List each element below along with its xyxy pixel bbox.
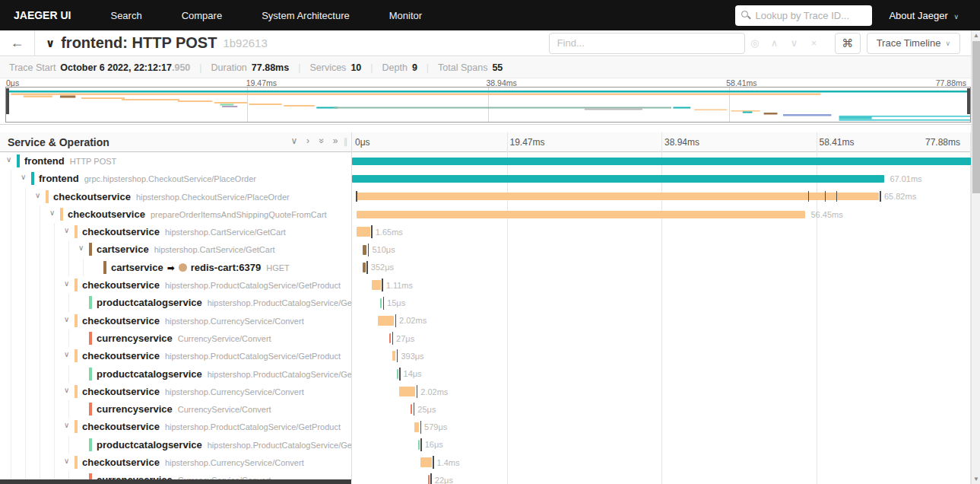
span-duration-bar[interactable] xyxy=(428,475,430,484)
collapse-one-icon[interactable]: ∨ xyxy=(287,135,301,146)
chevron-down-icon[interactable]: ∨ xyxy=(21,173,26,181)
chevron-down-icon[interactable]: ∨ xyxy=(64,457,69,465)
span-bar-row[interactable]: 56.45ms xyxy=(352,205,971,223)
span-duration-bar[interactable] xyxy=(399,387,415,396)
span-tree-row[interactable]: ∨checkoutservicehipstershop.CheckoutServ… xyxy=(0,188,351,205)
scroll-down-icon[interactable]: ▼ xyxy=(972,476,980,482)
span-bar-row[interactable]: 352μs xyxy=(352,259,971,276)
chevron-down-icon[interactable]: ∨ xyxy=(64,226,69,234)
vertical-scrollbar-thumb[interactable] xyxy=(972,41,980,193)
collapse-all-icon[interactable]: » xyxy=(315,135,328,146)
span-bar-row[interactable]: 65.82ms xyxy=(352,188,971,205)
span-tree-row[interactable]: ∨frontendHTTP POST xyxy=(0,152,351,170)
span-duration-bar[interactable] xyxy=(414,422,419,432)
span-bar-row[interactable]: 67.01ms xyxy=(352,170,971,187)
span-log-tick[interactable] xyxy=(808,191,810,202)
span-duration-bar[interactable] xyxy=(411,404,412,414)
chevron-down-icon[interactable]: ∨ xyxy=(6,155,11,164)
span-bar-row[interactable]: 1.4ms xyxy=(352,454,971,471)
expand-one-icon[interactable]: › xyxy=(301,135,315,146)
span-tree-row[interactable]: productcatalogservicehipstershop.Product… xyxy=(0,436,351,454)
span-duration-bar[interactable] xyxy=(392,351,395,361)
find-clear-icon[interactable]: × xyxy=(804,37,824,49)
trace-minimap[interactable] xyxy=(5,87,971,123)
minimap-left-handle[interactable] xyxy=(6,88,9,114)
keyboard-shortcuts-button[interactable]: ⌘ xyxy=(835,33,861,54)
span-duration-bar[interactable] xyxy=(363,263,366,272)
chevron-down-icon[interactable]: ∨ xyxy=(49,209,55,217)
collapse-trace-chevron[interactable]: ∨ xyxy=(46,37,55,50)
span-tree-row[interactable]: currencyserviceCurrencyService/Convert xyxy=(0,330,351,347)
span-tree-row[interactable]: ∨checkoutservicehipstershop.ProductCatal… xyxy=(0,347,351,365)
expand-all-icon[interactable]: » xyxy=(328,135,342,146)
span-tree-row[interactable]: ∨cartservicehipstershop.CartService/GetC… xyxy=(0,240,351,258)
trace-view-select[interactable]: Trace Timeline ∨ xyxy=(867,33,960,54)
span-duration-bar[interactable] xyxy=(397,369,398,379)
span-tree-row[interactable]: ∨checkoutservicehipstershop.CurrencyServ… xyxy=(0,312,351,330)
nav-item-compare[interactable]: Compare xyxy=(182,10,222,21)
back-button[interactable]: ← xyxy=(0,30,35,56)
span-duration-bar[interactable] xyxy=(389,333,391,343)
find-scope-icon[interactable]: ◎ xyxy=(745,37,765,49)
left-pane-horizontal-scrollbar[interactable] xyxy=(0,479,351,484)
nav-item-system-architecture[interactable]: System Architecture xyxy=(262,10,350,21)
span-tree-row[interactable]: currencyserviceCurrencyService/Convert xyxy=(0,400,351,418)
span-tree-row[interactable]: ∨checkoutservicehipstershop.ProductCatal… xyxy=(0,276,351,294)
span-tree-row[interactable]: ∨frontendgrpc.hipstershop.CheckoutServic… xyxy=(0,170,351,187)
span-tree-row[interactable]: ∨checkoutservicehipstershop.CurrencyServ… xyxy=(0,454,351,471)
chevron-down-icon[interactable]: ∨ xyxy=(64,350,69,358)
span-duration-bar[interactable] xyxy=(420,457,432,467)
column-resizer-handle[interactable]: ∥ xyxy=(344,137,349,147)
span-bar-row[interactable]: 393μs xyxy=(352,347,971,365)
find-prev-icon[interactable]: ∧ xyxy=(765,37,785,49)
span-bar-row[interactable]: 1.11ms xyxy=(352,276,971,294)
chevron-down-icon[interactable]: ∨ xyxy=(35,191,40,199)
chevron-down-icon[interactable]: ∨ xyxy=(64,315,69,323)
span-duration-bar[interactable] xyxy=(357,211,805,218)
span-bar-row[interactable]: 1.65ms xyxy=(352,223,971,240)
span-bar-row[interactable]: 2.02ms xyxy=(352,312,971,330)
span-bar-row[interactable] xyxy=(352,152,971,170)
span-bar-row[interactable]: 15μs xyxy=(352,294,971,311)
span-duration-bar[interactable] xyxy=(356,193,879,200)
span-tree-row[interactable]: ∨checkoutservicehipstershop.ProductCatal… xyxy=(0,418,351,435)
trace-lookup-input[interactable]: Lookup by Trace ID... xyxy=(735,5,872,26)
nav-item-search[interactable]: Search xyxy=(110,10,141,21)
span-bar-row[interactable]: 2.02ms xyxy=(352,383,971,400)
span-bar-row[interactable]: 16μs xyxy=(352,436,971,454)
span-log-tick[interactable] xyxy=(825,191,826,202)
span-duration-bar[interactable] xyxy=(363,245,366,255)
span-tree-row[interactable]: ∨checkoutservicehipstershop.CartService/… xyxy=(0,223,351,240)
nav-item-monitor[interactable]: Monitor xyxy=(389,10,422,21)
span-duration-bar[interactable] xyxy=(357,227,369,237)
span-bar-row[interactable]: 14μs xyxy=(352,365,971,383)
chevron-down-icon[interactable]: ∨ xyxy=(78,244,84,252)
span-tree-row[interactable]: ∨checkoutserviceprepareOrderItemsAndShip… xyxy=(0,205,351,223)
chevron-down-icon[interactable]: ∨ xyxy=(64,421,69,429)
span-duration-bar[interactable] xyxy=(380,298,382,308)
span-tree-row[interactable]: productcatalogservicehipstershop.Product… xyxy=(0,294,351,311)
span-duration-bar[interactable] xyxy=(352,175,884,183)
app-brand[interactable]: JAEGER UI xyxy=(14,9,71,21)
span-bar-row[interactable]: 25μs xyxy=(352,400,971,418)
span-log-tick[interactable] xyxy=(356,191,357,202)
span-duration-bar[interactable] xyxy=(352,158,971,165)
span-duration-bar[interactable] xyxy=(372,280,381,290)
span-duration-bar[interactable] xyxy=(378,316,394,326)
find-next-icon[interactable]: ∨ xyxy=(785,37,804,49)
span-tree-row[interactable]: ∨checkoutservicehipstershop.CurrencyServ… xyxy=(0,383,351,400)
vertical-scrollbar[interactable]: ▲ ▼ xyxy=(971,30,980,484)
span-tree-row[interactable]: productcatalogservicehipstershop.Product… xyxy=(0,365,351,383)
scroll-up-icon[interactable]: ▲ xyxy=(972,32,980,39)
span-bar-row[interactable]: 579μs xyxy=(352,418,971,435)
chevron-down-icon[interactable]: ∨ xyxy=(64,279,69,288)
span-bar-row[interactable]: 22μs xyxy=(352,471,971,484)
span-bar-row[interactable]: 510μs xyxy=(352,240,971,258)
span-bar-row[interactable]: 27μs xyxy=(352,330,971,347)
minimap-right-handle[interactable] xyxy=(967,88,970,114)
chevron-down-icon[interactable]: ∨ xyxy=(64,386,69,394)
about-jaeger-menu[interactable]: About Jaeger ∨ xyxy=(889,10,959,21)
span-log-tick[interactable] xyxy=(836,191,838,202)
span-duration-bar[interactable] xyxy=(418,440,420,450)
span-tree-row[interactable]: cartservice➡redis-cart:6379HGET xyxy=(0,259,351,276)
